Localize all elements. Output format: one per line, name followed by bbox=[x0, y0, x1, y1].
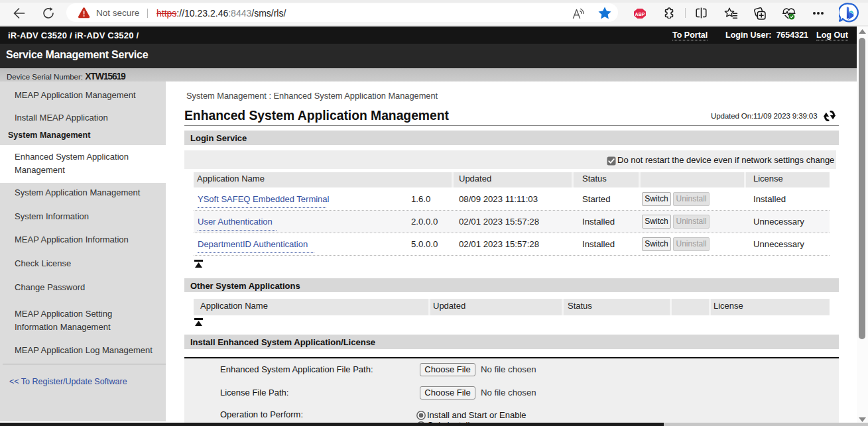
svg-text:ABP: ABP bbox=[635, 12, 645, 17]
